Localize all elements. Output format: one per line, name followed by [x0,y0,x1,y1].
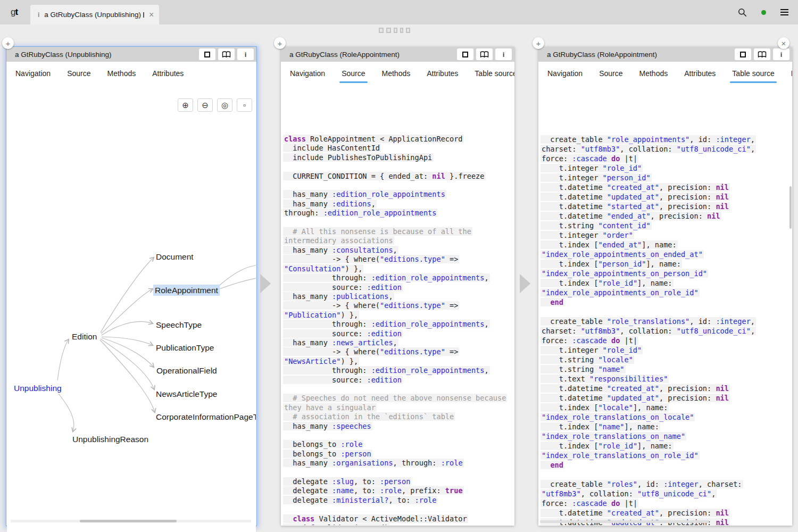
code-line[interactable]: t.datetime "updated_at", precision: nil [541,192,792,202]
code-line[interactable]: through: :edition_role_appointments, [283,320,514,329]
horizontal-scrollbar-thumb[interactable] [540,520,709,523]
code-line[interactable]: force: :cascade do |t| [541,154,792,163]
code-line[interactable]: has_many :publications, [283,292,514,301]
graph-node-roleappointment[interactable]: RoleAppointment [153,285,220,296]
code-line[interactable]: delegate :ministerial?, to: :role [283,496,514,505]
code-line[interactable]: "utf8mb3", collation: "utf8_unicode_ci", [541,489,792,498]
inspect-button[interactable]: i [495,48,512,60]
table-source-code[interactable]: create_table "role_appointments", id: :i… [539,132,792,525]
code-line[interactable]: source: :edition [283,376,514,385]
code-line[interactable]: has_many :consultations, [283,246,514,255]
code-line[interactable]: include HasContentId [283,144,514,153]
code-line[interactable]: "index_role_appointments_on_person_id" [541,269,792,278]
graph-node-corporateinformationpagetype[interactable]: CorporateInformationPageType [156,411,256,422]
restore-window-icon[interactable] [143,12,144,18]
pane-header[interactable]: a GtRubyClass (RoleAppointment) i [281,47,514,62]
workspace-tab[interactable]: i a GtRubyClass (Unpublishing) × [30,5,159,24]
pane-indicator-square[interactable] [400,28,403,33]
code-line[interactable]: force: :cascade do |t| [541,498,792,508]
tab-methods[interactable]: Methods [638,62,669,85]
code-line[interactable]: t.text "responsibilities" [541,374,792,384]
code-line[interactable]: -> { where("editions.type" => [283,347,514,356]
pane-indicator-square[interactable] [386,28,391,33]
code-line[interactable]: t.datetime "started_at", precision: nil [541,202,792,211]
code-line[interactable]: # association in the `editions` table [283,412,514,421]
graph-node-edition[interactable]: Edition [72,331,97,342]
code-line[interactable]: -> { where("editions.type" => [283,255,514,264]
zoom-out-button[interactable]: ⊖ [197,98,213,112]
code-line[interactable]: has_many :speeches [283,422,514,431]
code-line[interactable]: class RoleAppointment < ApplicationRecor… [283,135,514,144]
graph-node-document[interactable]: Document [156,251,194,262]
code-line[interactable] [283,385,514,394]
tab-navigation[interactable]: Navigation [546,62,584,85]
code-line[interactable]: source: :edition [283,329,514,338]
code-line[interactable]: "NewsArticle") }, [283,357,514,366]
code-line[interactable]: charset: "utf8mb3", collation: "utf8_uni… [541,144,792,154]
code-line[interactable]: "index_role_translations_on_locale" [541,412,792,422]
code-line[interactable] [283,505,514,514]
code-line[interactable]: "index_role_appointments_on_ended_at" [541,250,792,259]
code-line[interactable] [283,181,514,190]
next-pane-arrow[interactable] [520,274,530,293]
add-pane-button[interactable]: + [533,37,544,49]
code-line[interactable]: t.string "locale" [541,355,792,364]
code-line[interactable]: charset: "utf8mb3", collation: "utf8_uni… [541,326,792,336]
code-line[interactable]: has_many :news_articles, [283,338,514,347]
code-line[interactable]: "Consultation") }, [283,264,514,273]
tab-attributes[interactable]: Attributes [426,62,459,85]
add-pane-button[interactable]: + [2,37,14,49]
code-line[interactable]: delegate :slug, to: :person [283,477,514,486]
code-line[interactable]: through: :edition_role_appointments, [283,273,514,282]
code-line[interactable]: t.datetime "ended_at", precision: nil [541,211,792,221]
code-line[interactable]: force: :cascade do |t| [541,336,792,345]
tab-navigation[interactable]: Navigation [289,62,326,85]
code-line[interactable]: has_many :edition_role_appointments [283,190,514,199]
tab-methods[interactable]: Methods [106,62,137,85]
code-line[interactable]: "index_role_translations_on_role_id" [541,451,792,460]
code-line[interactable]: t.index ["person_id"], name: [541,259,792,269]
graph-node-unpublishingreason[interactable]: UnpublishingReason [72,434,148,445]
code-line[interactable]: create_table "roles", id: :integer, char… [541,479,792,489]
tab-properties[interactable]: Properties [790,62,792,85]
code-line[interactable]: create_table "role_translations", id: :i… [541,317,792,326]
menu-icon[interactable] [780,7,788,17]
code-line[interactable]: belongs_to :person [283,450,514,459]
tab-source[interactable]: Source [340,62,366,85]
code-line[interactable]: t.datetime "created_at", precision: nil [541,508,792,518]
code-line[interactable]: def validate(record) [283,523,514,525]
horizontal-scrollbar-thumb[interactable] [80,520,177,522]
pane-indicator-square[interactable] [379,28,384,33]
actual-size-button[interactable]: ▫ [237,98,252,112]
graph-node-operationalfield[interactable]: OperationalField [156,365,217,376]
pane-header[interactable]: a GtRubyClass (Unpublishing) i [6,47,256,62]
code-line[interactable]: intermediary associations [283,236,514,245]
code-line[interactable]: t.index ["ended_at"], name: [541,240,792,250]
code-line[interactable]: include PublishesToPublishingApi [283,153,514,162]
code-line[interactable]: t.integer "person_id" [541,173,792,182]
pager-view-button[interactable] [754,48,770,60]
code-line[interactable]: -> { where("editions.type" => [283,301,514,310]
tab-table-source[interactable]: Table source [731,62,775,85]
graph-node-speechtype[interactable]: SpeechType [156,319,202,330]
code-line[interactable]: belongs_to :role [283,440,514,449]
maximize-button[interactable] [735,48,751,60]
code-line[interactable] [283,468,514,477]
code-line[interactable]: has_many :editions, [283,200,514,209]
inspect-button[interactable]: i [237,48,254,60]
code-line[interactable] [283,162,514,171]
code-line[interactable]: delegate :name, to: :role, prefix: true [283,486,514,495]
code-line[interactable]: class Validator < ActiveModel::Validator [283,514,514,523]
pager-view-button[interactable] [476,48,493,60]
code-line[interactable]: through: :edition_role_appointments, [283,366,514,375]
code-line[interactable] [283,218,514,227]
code-line[interactable]: end [541,460,792,470]
code-line[interactable]: # Speeches do not need the above nonsens… [283,394,514,403]
code-line[interactable]: "index_role_appointments_on_role_id" [541,288,792,297]
code-line[interactable]: t.index ["name"], name: [541,422,792,431]
code-line[interactable]: t.string "content_id" [541,221,792,230]
pane-header[interactable]: a GtRubyClass (RoleAppointment) i [538,47,792,62]
code-line[interactable] [283,431,514,440]
close-pane-button[interactable]: × [778,37,789,49]
tab-source[interactable]: Source [598,62,624,85]
